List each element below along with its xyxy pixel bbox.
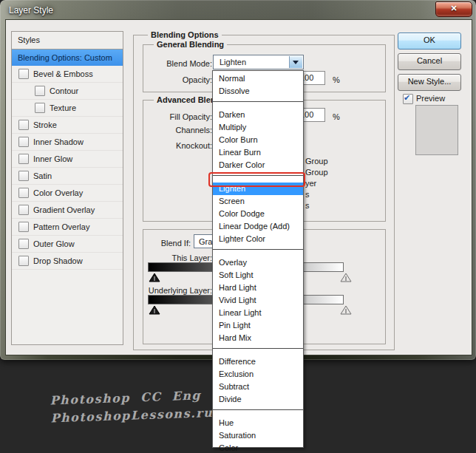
ok-button[interactable]: OK xyxy=(398,33,461,50)
blend-mode-option[interactable]: Color Dodge xyxy=(213,208,303,220)
blend-mode-option-label: Lighter Color xyxy=(219,234,265,243)
underlying-layer-white-slider[interactable] xyxy=(340,305,352,315)
sidebar-item[interactable]: Bevel & Emboss xyxy=(12,66,123,83)
blend-mode-option[interactable]: Lighter Color xyxy=(213,233,303,245)
preview-checkbox[interactable] xyxy=(403,94,413,104)
blend-mode-option-label: Linear Dodge (Add) xyxy=(219,222,290,231)
blend-mode-option[interactable]: Linear Dodge (Add) xyxy=(213,220,303,233)
blend-if-label: Blend If: xyxy=(133,238,191,248)
style-checkbox[interactable] xyxy=(18,137,29,147)
blend-mode-option[interactable]: Darker Color xyxy=(213,159,303,171)
blend-mode-option[interactable]: Color xyxy=(213,442,303,453)
blend-mode-option-label: Hard Light xyxy=(219,283,256,292)
chevron-down-icon[interactable] xyxy=(289,56,302,68)
style-checkbox[interactable] xyxy=(18,205,29,215)
style-checkbox[interactable] xyxy=(18,188,29,198)
preview-swatch xyxy=(415,105,458,155)
sidebar-item[interactable]: Inner Glow xyxy=(12,151,123,168)
blend-mode-option[interactable]: Hue xyxy=(213,417,303,429)
styles-list: Bevel & Emboss Contour Texture Stroke xyxy=(12,66,123,270)
style-checkbox[interactable] xyxy=(18,154,29,164)
blend-mode-option-label: Overlay xyxy=(219,258,247,267)
blend-mode-option[interactable]: Subtract xyxy=(213,381,303,393)
sidebar-item-label: Gradient Overlay xyxy=(33,205,95,214)
sidebar-item[interactable]: Contour xyxy=(12,83,123,100)
sidebar-item[interactable]: Outer Glow xyxy=(12,236,123,253)
sidebar-item[interactable]: Inner Shadow xyxy=(12,134,123,151)
style-checkbox[interactable] xyxy=(18,171,29,181)
style-checkbox[interactable] xyxy=(18,239,29,249)
blend-mode-option-label: Color Burn xyxy=(219,135,258,144)
sidebar-item[interactable]: Satin xyxy=(12,168,123,185)
blend-mode-option-label: Linear Light xyxy=(219,308,262,317)
cancel-button[interactable]: Cancel xyxy=(398,53,461,70)
blend-mode-option[interactable]: Difference xyxy=(213,355,303,368)
general-blending-title: General Blending xyxy=(154,40,227,50)
new-style-button[interactable]: New Style... xyxy=(398,74,461,91)
blend-mode-option[interactable] xyxy=(213,249,303,256)
blend-mode-option-label: Divide xyxy=(219,395,242,403)
blend-mode-option[interactable] xyxy=(213,101,303,109)
blend-mode-option[interactable]: Linear Light xyxy=(213,307,303,319)
blend-mode-option[interactable]: Exclusion xyxy=(213,368,303,381)
blend-mode-combobox[interactable]: Lighten xyxy=(213,55,304,69)
blend-mode-option[interactable]: Screen xyxy=(213,195,303,208)
blend-mode-option[interactable]: Divide xyxy=(213,393,303,406)
blend-mode-option-label: Soft Light xyxy=(219,270,253,279)
occluded-label-fragment: s xyxy=(305,200,328,211)
blend-mode-option[interactable]: Color Burn xyxy=(213,134,303,146)
fill-opacity-unit: % xyxy=(333,112,340,122)
underlying-layer-black-slider[interactable] xyxy=(149,305,160,315)
fill-opacity-label: Fill Opacity: xyxy=(133,112,212,122)
underlying-layer-label: Underlying Layer: xyxy=(133,285,212,296)
sidebar-item[interactable]: Gradient Overlay xyxy=(12,202,123,219)
styles-header: Styles xyxy=(12,32,123,50)
blend-mode-option[interactable]: Hard Mix xyxy=(213,332,303,344)
blend-mode-option[interactable]: Normal xyxy=(213,72,303,85)
style-checkbox[interactable] xyxy=(35,86,45,96)
sidebar-item-label: Drop Shadow xyxy=(33,256,83,265)
sidebar-item-label: Inner Glow xyxy=(33,154,72,163)
blend-mode-option-label: Pin Light xyxy=(219,321,251,330)
blend-mode-option[interactable]: Pin Light xyxy=(213,319,303,332)
channels-label: Channels: xyxy=(133,125,212,135)
sidebar-item-label: Texture xyxy=(50,103,76,112)
blend-mode-option[interactable]: Dissolve xyxy=(213,85,303,98)
style-checkbox[interactable] xyxy=(18,120,29,130)
occluded-label-fragments: Group Group yer s s xyxy=(305,156,328,211)
blend-mode-option[interactable]: Darken xyxy=(213,109,303,121)
blend-mode-option[interactable]: Saturation xyxy=(213,429,303,442)
sidebar-item[interactable]: Drop Shadow xyxy=(12,253,123,270)
sidebar-item[interactable]: Color Overlay xyxy=(12,185,123,202)
styles-sidebar: Styles Blending Options: Custom Bevel & … xyxy=(11,31,123,345)
this-layer-white-slider[interactable] xyxy=(340,273,352,282)
blend-mode-option-label: Dissolve xyxy=(219,86,250,95)
blend-mode-option[interactable]: Overlay xyxy=(213,256,303,269)
style-checkbox[interactable] xyxy=(18,69,29,79)
blend-mode-option[interactable]: Linear Burn xyxy=(213,146,303,159)
blend-mode-option[interactable]: Vivid Light xyxy=(213,294,303,307)
sidebar-item-blending-options[interactable]: Blending Options: Custom xyxy=(12,50,123,66)
preview-label: Preview xyxy=(416,94,445,103)
blend-mode-option-label: Hue xyxy=(219,418,234,427)
blend-mode-option[interactable] xyxy=(213,348,303,355)
opacity-unit: % xyxy=(333,75,340,85)
this-layer-black-slider[interactable] xyxy=(149,273,160,282)
blend-mode-option[interactable]: Soft Light xyxy=(213,269,303,282)
sidebar-item[interactable]: Texture xyxy=(12,100,123,117)
blend-mode-value: Lighten xyxy=(220,57,246,67)
blend-mode-option[interactable] xyxy=(213,409,303,417)
sidebar-item-label: Contour xyxy=(50,86,78,95)
blend-mode-option-label: Color xyxy=(219,443,238,452)
sidebar-item[interactable]: Pattern Overlay xyxy=(12,219,123,236)
blend-mode-option-label: Color Dodge xyxy=(219,209,265,218)
blend-mode-option[interactable]: Multiply xyxy=(213,121,303,134)
style-checkbox[interactable] xyxy=(18,256,29,266)
style-checkbox[interactable] xyxy=(18,222,29,232)
style-checkbox[interactable] xyxy=(35,103,45,113)
sidebar-item[interactable]: Stroke xyxy=(12,117,123,134)
blend-mode-label: Blend Mode: xyxy=(133,58,212,69)
blend-mode-option-label: Normal xyxy=(219,74,245,83)
close-button[interactable]: ✕ xyxy=(435,1,472,17)
blend-mode-option[interactable]: Hard Light xyxy=(213,282,303,294)
